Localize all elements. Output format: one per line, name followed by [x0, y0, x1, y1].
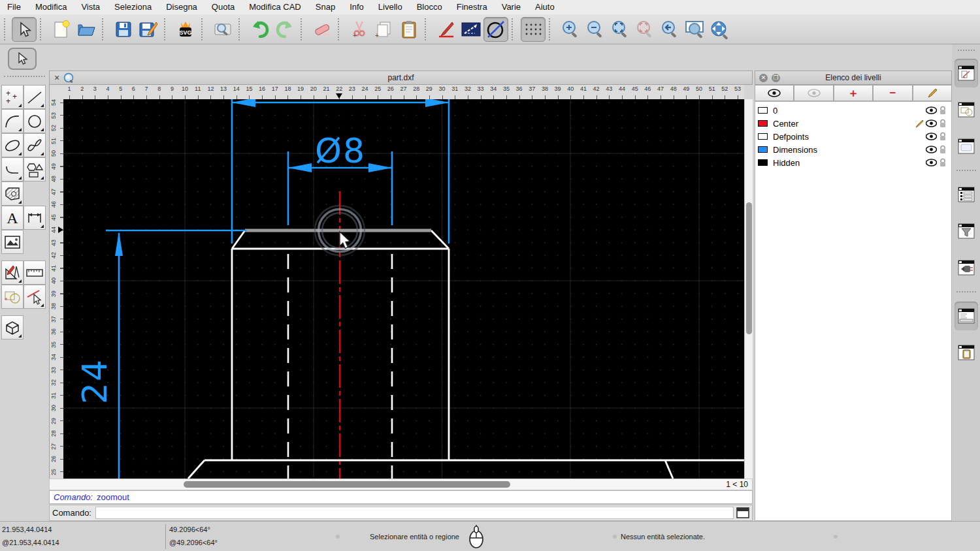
tool-circle[interactable] [24, 109, 46, 133]
diameter-dimension-text[interactable]: Ø8 [315, 131, 366, 170]
horizontal-scrollbar[interactable] [50, 479, 726, 490]
layer-lock-icon[interactable] [937, 145, 949, 154]
tool-line[interactable] [24, 85, 46, 109]
menu-item[interactable]: Vista [74, 0, 107, 14]
dock-entity-list-button[interactable] [955, 180, 978, 209]
tool-dimension[interactable] [24, 206, 46, 230]
tool-polygon[interactable] [24, 157, 46, 181]
menu-item[interactable]: Info [342, 0, 371, 14]
horizontal-scrollbar-thumb[interactable] [184, 481, 510, 488]
open-file-button[interactable] [74, 17, 99, 42]
tool-spline[interactable] [24, 133, 46, 157]
ruler-corner [49, 85, 63, 99]
edit-layer-button[interactable] [913, 85, 952, 101]
dimension-style-button[interactable] [459, 17, 483, 42]
vertical-ruler: 5453525150494847464544434241403938373635… [49, 99, 63, 479]
show-all-layers-button[interactable] [755, 85, 794, 101]
layer-visible-icon[interactable] [925, 106, 937, 114]
selection-pointer-button[interactable] [12, 17, 37, 42]
save-as-button[interactable] [136, 17, 161, 42]
layer-row-current[interactable]: Center [755, 117, 951, 130]
layer-visible-icon[interactable] [925, 159, 937, 166]
zoom-in-button[interactable] [558, 17, 583, 42]
layer-row[interactable]: Defpoints [755, 130, 951, 143]
toolbar-handle [4, 18, 8, 40]
menu-item[interactable]: Finestra [449, 0, 495, 14]
zoom-selection-button[interactable] [632, 17, 657, 42]
menu-item[interactable]: Varie [495, 0, 528, 14]
dock-command-widget-button[interactable] [955, 302, 978, 330]
layer-row[interactable]: Dimensions [755, 143, 951, 156]
dock-pen-palette-button[interactable] [955, 253, 978, 282]
redo-button[interactable] [272, 17, 297, 42]
save-button[interactable] [111, 17, 136, 42]
drawing-canvas[interactable]: Ø8 24 [63, 99, 744, 479]
command-input[interactable] [95, 507, 734, 519]
menu-item[interactable]: Modifica [28, 0, 74, 14]
layer-lock-icon[interactable] [937, 106, 949, 115]
layer-visible-icon[interactable] [925, 146, 937, 153]
menu-item[interactable]: Modifica CAD [242, 0, 308, 14]
tool-select-entities[interactable] [24, 285, 46, 309]
tool-image[interactable] [1, 230, 24, 254]
hide-all-layers-button[interactable] [794, 85, 833, 101]
layer-row[interactable]: 0 [755, 104, 951, 117]
dock-library-browser-button[interactable] [955, 132, 978, 161]
pan-button[interactable] [707, 17, 732, 42]
layer-lock-icon[interactable] [937, 119, 949, 128]
menu-item[interactable]: Aiuto [528, 0, 562, 14]
svg-export-button[interactable]: SVG [173, 17, 198, 42]
menu-item[interactable]: Blocco [410, 0, 449, 14]
menu-item[interactable]: File [0, 0, 28, 14]
dock-clipboard-button[interactable] [955, 338, 978, 367]
draw-red-line-button[interactable] [434, 17, 459, 42]
new-document-button[interactable] [49, 17, 74, 42]
zoom-window-button[interactable] [682, 17, 707, 42]
palette-selection-button[interactable] [8, 48, 37, 70]
dock-filter-button[interactable] [955, 217, 978, 245]
tool-blocks[interactable] [1, 285, 24, 309]
add-layer-button[interactable]: ＋ [834, 85, 873, 101]
menu-item[interactable]: Snap [308, 0, 342, 14]
tool-hatch[interactable] [1, 181, 24, 206]
current-layer-pencil-icon [913, 119, 925, 128]
menu-item[interactable]: Quota [204, 0, 242, 14]
tool-ellipse[interactable] [1, 133, 24, 157]
draft-mode-button[interactable] [483, 17, 508, 42]
vertical-scrollbar[interactable] [744, 99, 753, 479]
undo-button[interactable] [248, 17, 272, 42]
zoom-previous-button[interactable] [657, 17, 682, 42]
menu-item[interactable]: Seleziona [107, 0, 159, 14]
menu-item[interactable]: Disegna [159, 0, 204, 14]
height-dimension-text[interactable]: 24 [75, 358, 114, 404]
layer-visible-icon[interactable] [925, 119, 937, 127]
layer-lock-icon[interactable] [937, 132, 949, 141]
tool-arc[interactable] [1, 109, 24, 133]
vertical-scrollbar-thumb[interactable] [746, 202, 752, 334]
remove-layer-button[interactable]: − [873, 85, 912, 101]
delete-button[interactable] [310, 17, 335, 42]
grid-toggle-button[interactable] [521, 17, 546, 42]
dock-layer-list-button[interactable] [955, 59, 978, 87]
paste-button[interactable] [397, 17, 421, 42]
cursor-arrow-icon [16, 52, 28, 65]
tool-modify[interactable] [1, 260, 24, 285]
tool-points[interactable]: +++ [1, 85, 24, 109]
print-preview-button[interactable] [210, 17, 235, 42]
zoom-out-button[interactable] [583, 17, 608, 42]
dock-separator [956, 291, 976, 292]
tool-polyline[interactable] [1, 157, 24, 181]
layer-lock-icon[interactable] [937, 158, 949, 167]
command-dock-icon[interactable] [736, 507, 749, 518]
layer-visible-icon[interactable] [925, 133, 937, 140]
dock-block-list-button[interactable] [955, 95, 978, 124]
menu-item[interactable]: Livello [371, 0, 410, 14]
layer-color-swatch [758, 159, 768, 166]
zoom-auto-button[interactable] [608, 17, 632, 42]
tool-3d-view[interactable] [1, 315, 24, 339]
tool-text[interactable]: A [1, 206, 24, 230]
layer-row[interactable]: Hidden [755, 156, 951, 169]
copy-button[interactable]: + [372, 17, 397, 42]
tool-measure[interactable] [24, 260, 46, 285]
cut-button[interactable]: + [347, 17, 372, 42]
